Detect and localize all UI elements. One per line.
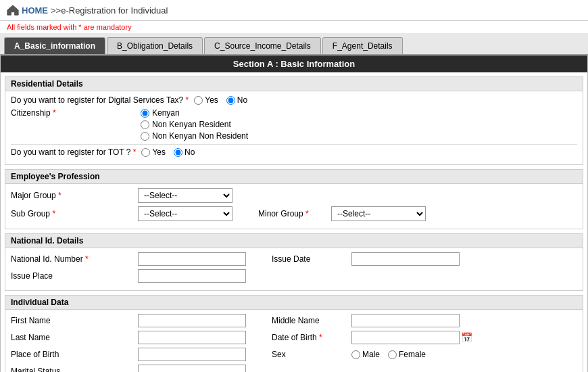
citizenship-non-kenyan-resident-option[interactable]: Non Kenyan Resident: [141, 120, 248, 129]
issue-date-label: Issue Date: [272, 254, 346, 264]
sex-female-radio[interactable]: [388, 350, 397, 359]
citizenship-non-kenyan-non-resident-radio[interactable]: [141, 132, 149, 141]
digital-services-yes-option[interactable]: Yes: [194, 95, 218, 105]
sex-radio-group: Male Female: [351, 350, 426, 359]
tabs-bar: A_Basic_information B_Obligation_Details…: [0, 33, 588, 55]
first-name-input[interactable]: [138, 314, 246, 327]
issue-date-input[interactable]: [351, 252, 460, 266]
sex-male-radio[interactable]: [351, 350, 360, 359]
calendar-icon[interactable]: 📅: [461, 332, 472, 343]
sub-group-row: Sub Group * --Select-- Minor Group * --S…: [11, 206, 577, 221]
tot-no-radio[interactable]: [174, 148, 182, 157]
dob-input[interactable]: [351, 331, 460, 344]
minor-group-select[interactable]: --Select--: [331, 206, 426, 221]
sub-group-select[interactable]: --Select--: [138, 206, 232, 221]
individual-data-body: First Name Middle Name Last Name Date of…: [5, 310, 583, 372]
first-name-row: First Name Middle Name: [11, 314, 577, 327]
citizenship-kenyan-option[interactable]: Kenyan: [141, 108, 248, 118]
national-id-number-label: National Id. Number *: [11, 254, 132, 264]
citizenship-non-kenyan-resident-radio[interactable]: [141, 120, 149, 129]
citizenship-kenyan-radio[interactable]: [141, 109, 149, 118]
issue-place-input[interactable]: [138, 269, 246, 283]
national-id-section: National Id. Details National Id. Number…: [5, 233, 583, 291]
last-name-label: Last Name: [11, 333, 132, 342]
divider1: [11, 144, 577, 145]
minor-group-label: Minor Group *: [258, 209, 326, 218]
issue-place-label: Issue Place: [11, 271, 132, 281]
form-container: Section A : Basic Information Residentia…: [0, 55, 588, 372]
tab-agent-details[interactable]: F_Agent_Details: [322, 37, 403, 54]
employees-profession-section: Employee's Profession Major Group * --Se…: [5, 169, 583, 229]
middle-name-input[interactable]: [351, 314, 460, 327]
sex-label: Sex: [272, 350, 346, 359]
individual-data-section: Individual Data First Name Middle Name L…: [5, 295, 583, 372]
employees-profession-title: Employee's Profession: [5, 170, 583, 184]
digital-services-no-option[interactable]: No: [226, 95, 247, 105]
citizenship-non-kenyan-non-resident-option[interactable]: Non Kenyan Non Resident: [141, 131, 248, 141]
header: HOME >>e-Registration for Individual: [0, 0, 588, 21]
marital-status-label: Marital Status: [11, 367, 132, 372]
tot-no-option[interactable]: No: [174, 147, 195, 157]
major-group-label: Major Group *: [11, 191, 132, 200]
breadcrumb: >>e-Registration for Individual: [51, 5, 168, 16]
sex-female-option[interactable]: Female: [388, 350, 426, 359]
tot-row: Do you want to register for TOT ? * Yes …: [11, 147, 577, 157]
digital-services-yes-radio[interactable]: [194, 96, 203, 105]
tab-obligation-details[interactable]: B_Obligation_Details: [107, 37, 203, 54]
marital-status-row: Marital Status: [11, 365, 577, 372]
citizenship-options-group: Kenyan Non Kenyan Resident Non Kenyan No…: [141, 108, 248, 141]
last-name-input[interactable]: [138, 331, 246, 344]
dob-label: Date of Birth *: [272, 333, 346, 342]
residential-details-title: Residential Details: [5, 77, 583, 91]
home-label[interactable]: HOME: [22, 5, 48, 16]
tot-yes-option[interactable]: Yes: [141, 147, 166, 157]
digital-services-row: Do you want to register for Digital Serv…: [11, 95, 577, 105]
individual-data-title: Individual Data: [5, 296, 583, 310]
marital-status-input[interactable]: [138, 365, 246, 372]
tab-basic-information[interactable]: A_Basic_information: [4, 37, 105, 54]
dob-input-wrap: 📅: [351, 331, 472, 344]
major-group-select[interactable]: --Select--: [138, 188, 232, 203]
middle-name-label: Middle Name: [272, 316, 346, 325]
tot-radio-group: Yes No: [141, 147, 195, 157]
national-id-number-input[interactable]: [138, 252, 246, 266]
place-of-birth-label: Place of Birth: [11, 350, 132, 359]
citizenship-row: Citizenship * Kenyan Non Kenyan Resident…: [11, 108, 577, 141]
national-id-title: National Id. Details: [5, 234, 583, 248]
issue-place-row: Issue Place: [11, 269, 577, 283]
residential-details-section: Residential Details Do you want to regis…: [5, 76, 583, 165]
mandatory-note: All fields marked with * are mandatory: [0, 21, 588, 33]
first-name-label: First Name: [11, 316, 132, 325]
home-icon: [7, 4, 19, 16]
tot-yes-radio[interactable]: [141, 148, 150, 157]
sub-group-label: Sub Group *: [11, 209, 132, 218]
digital-services-no-radio[interactable]: [226, 96, 235, 105]
last-name-row: Last Name Date of Birth * 📅: [11, 331, 577, 344]
residential-details-body: Do you want to register for Digital Serv…: [5, 91, 583, 164]
digital-services-label: Do you want to register for Digital Serv…: [11, 95, 189, 105]
digital-services-radio-group: Yes No: [194, 95, 247, 105]
national-id-row: National Id. Number * Issue Date: [11, 252, 577, 266]
place-of-birth-input[interactable]: [138, 348, 246, 361]
national-id-body: National Id. Number * Issue Date Issue P…: [5, 248, 583, 290]
citizenship-label: Citizenship *: [11, 108, 132, 118]
major-group-row: Major Group * --Select--: [11, 188, 577, 203]
place-of-birth-row: Place of Birth Sex Male Female: [11, 348, 577, 361]
section-header: Section A : Basic Information: [1, 55, 587, 72]
tot-label: Do you want to register for TOT ? *: [11, 147, 136, 157]
sex-male-option[interactable]: Male: [351, 350, 380, 359]
employees-profession-body: Major Group * --Select-- Sub Group * --S…: [5, 184, 583, 229]
tab-source-income-details[interactable]: C_Source_Income_Details: [204, 37, 321, 54]
